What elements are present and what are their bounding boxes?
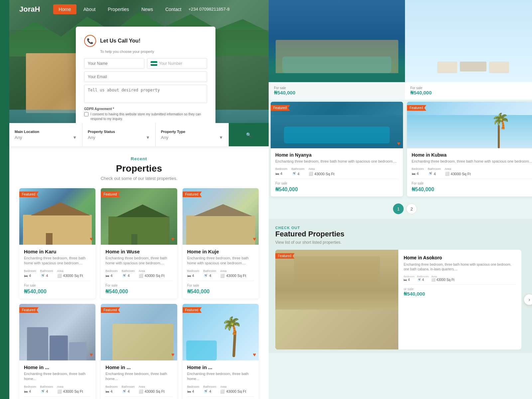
area-r2: ⬜ <box>445 172 450 176</box>
card-title-5: Home in ... <box>105 364 172 370</box>
card-image-4: Featured ♥ <box>19 304 95 360</box>
search-icon: 🔍 <box>246 132 251 137</box>
heart-button-2[interactable]: ♥ <box>171 236 175 242</box>
heart-button-3[interactable]: ♥ <box>253 236 256 242</box>
bed-icon: 🛏 <box>24 274 28 278</box>
type-select[interactable]: Any ▼ <box>161 135 223 140</box>
bath-c: 🚿 <box>417 278 421 282</box>
right-featured-badge-2: Featured <box>407 105 426 111</box>
bed-r2: 🛏 <box>412 172 415 176</box>
right-prop-title-1: Home in Nyanya <box>275 152 398 158</box>
nav-contact[interactable]: Contact <box>160 4 187 14</box>
modal-name-row: Your Number <box>84 58 207 69</box>
card-divider-1 <box>24 281 91 281</box>
call-modal: 📞 Let Us Call You! To help you choose yo… <box>76 27 215 123</box>
right-prop-price-1: ₦540,000 <box>275 186 398 193</box>
card-price-3: ₦540,000 <box>187 288 254 295</box>
top-prop-card-2: For sale ₦540,000 <box>405 0 532 100</box>
top-prop-status-2: For sale <box>410 86 532 90</box>
location-label: Main Location <box>15 130 77 134</box>
card-body-4: Home in ... Enchanting three bedroom, th… <box>19 360 95 399</box>
right-prop-card-1: Featured ♥ Home in Nyanya Enchanting thr… <box>271 102 403 197</box>
card-image-6: Featured 🌴 ♥ <box>183 304 259 360</box>
card-status-1: For sale <box>24 284 91 287</box>
area-spec: Area ⬜43000 Sq Ft <box>57 269 83 278</box>
property-card-4: Featured ♥ Home in ... Enchanting three … <box>19 304 95 399</box>
card-desc-2: Enchanting three bedroom, three bath hom… <box>105 256 172 266</box>
bath-r2: 🚿 <box>428 172 433 176</box>
search-button[interactable]: 🔍 <box>229 123 269 146</box>
carousel-title: Home in Asokoro <box>404 255 516 260</box>
property-card-2: Featured ♥ Home in Wuse Enchanting three… <box>101 188 177 299</box>
location-select[interactable]: Any ▼ <box>15 135 77 140</box>
message-input[interactable] <box>84 85 207 103</box>
left-panel: JoraH Home About Properties News Contact… <box>9 0 269 399</box>
right-featured-badge-1: Featured <box>271 105 290 111</box>
gdpr-label: GDPR Agreement * <box>84 107 207 111</box>
area-icon: ⬜ <box>57 274 62 278</box>
side-border <box>0 0 9 399</box>
featured-badge-3: Featured <box>183 192 202 197</box>
heart-button-5[interactable]: ♥ <box>171 352 175 358</box>
carousel-content: Home in Asokoro Enchanting three bedroom… <box>398 250 521 349</box>
bed-icon-3: 🛏 <box>187 274 191 278</box>
properties-section: Recent Properties Check out some of our … <box>9 146 269 399</box>
property-card-5: Featured ♥ Home in ... Enchanting three … <box>101 304 177 399</box>
status-value: Any <box>88 135 95 140</box>
carousel-price: ₦540,000 <box>404 291 516 297</box>
card-image-3: Featured ♥ <box>183 188 259 245</box>
name-input[interactable] <box>84 58 144 69</box>
card-title-4: Home in ... <box>24 364 91 370</box>
email-input[interactable] <box>84 71 207 82</box>
right-prop-card-2: Featured 🌴 ♥ Home in Kubwa Enchanting th… <box>407 102 532 197</box>
carousel-specs: Bedroom 🛏4 Bathroom 🚿4 Area ⬜43000 Sq Ft <box>404 275 516 282</box>
featured-tag: CHECK OUT <box>275 226 532 230</box>
carousel-status: or sale <box>404 287 516 291</box>
area-icon-4: ⬜ <box>57 389 62 394</box>
section-tag: Recent <box>19 156 259 161</box>
section-subtitle: Check out some of our latest properties. <box>19 176 259 181</box>
featured-section: CHECK OUT Featured Properties View list … <box>269 219 532 353</box>
right-prop-price-2: ₦540,000 <box>412 186 532 193</box>
heart-button-1[interactable]: ♥ <box>90 236 93 242</box>
page-btn-2[interactable]: 2 <box>406 203 417 214</box>
status-field: Property Status Any ▼ <box>82 123 156 146</box>
bathroom-spec: Bathroom 🚿4 <box>40 269 53 278</box>
card-title-2: Home in Wuse <box>105 249 172 254</box>
card-price-1: ₦540,000 <box>24 288 91 295</box>
heart-btn-right-1[interactable]: ♥ <box>397 141 401 147</box>
card-image-5: Featured ♥ <box>101 304 177 360</box>
card-title-3: Home in Kuje <box>187 249 254 254</box>
top-props-row: For sale ₦540,000 For sale ₦540,000 <box>269 0 532 100</box>
bed-icon-4: 🛏 <box>24 389 28 393</box>
area-icon-5: ⬜ <box>139 389 143 394</box>
bed-icon-6: 🛏 <box>187 389 191 393</box>
right-featured-grid: Featured ♥ Home in Nyanya Enchanting thr… <box>269 100 532 199</box>
nav-properties[interactable]: Properties <box>102 4 134 14</box>
location-arrow: ▼ <box>72 135 77 140</box>
heart-button-6[interactable]: ♥ <box>253 352 256 358</box>
nav-news[interactable]: News <box>136 4 158 14</box>
status-select[interactable]: Any ▼ <box>88 135 150 140</box>
property-card-1: Featured ♥ Home in Karu Enchanting three… <box>19 188 95 299</box>
right-prop-img-2: Featured 🌴 ♥ <box>407 102 532 148</box>
featured-carousel: Featured Home in Asokoro Enchanting thre… <box>275 250 532 349</box>
properties-grid: Featured ♥ Home in Karu Enchanting three… <box>19 188 259 399</box>
heart-button-4[interactable]: ♥ <box>90 352 93 358</box>
top-prop-overlay-2: For sale ₦540,000 <box>405 82 532 100</box>
nav-about[interactable]: About <box>78 4 101 14</box>
right-prop-body-2: Home in Kubwa Enchanting three bedroom, … <box>407 148 532 197</box>
modal-title: Let Us Call You! <box>100 38 140 44</box>
location-field: Main Location Any ▼ <box>9 123 82 146</box>
gdpr-checkbox[interactable] <box>84 112 88 116</box>
page-btn-1[interactable]: 1 <box>393 203 404 214</box>
bath-icon-5: 🚿 <box>122 389 126 394</box>
nav-home[interactable]: Home <box>53 4 76 14</box>
bed-c: 🛏 <box>404 278 407 282</box>
top-prop-card-1: For sale ₦540,000 <box>269 0 405 100</box>
carousel-next-button[interactable]: › <box>524 294 532 305</box>
type-label: Property Type <box>161 130 223 134</box>
phone-input-group[interactable]: Your Number <box>147 58 207 69</box>
card-price-2: ₦540,000 <box>105 288 172 295</box>
featured-subtitle: View list of our short listed properties… <box>275 240 532 245</box>
